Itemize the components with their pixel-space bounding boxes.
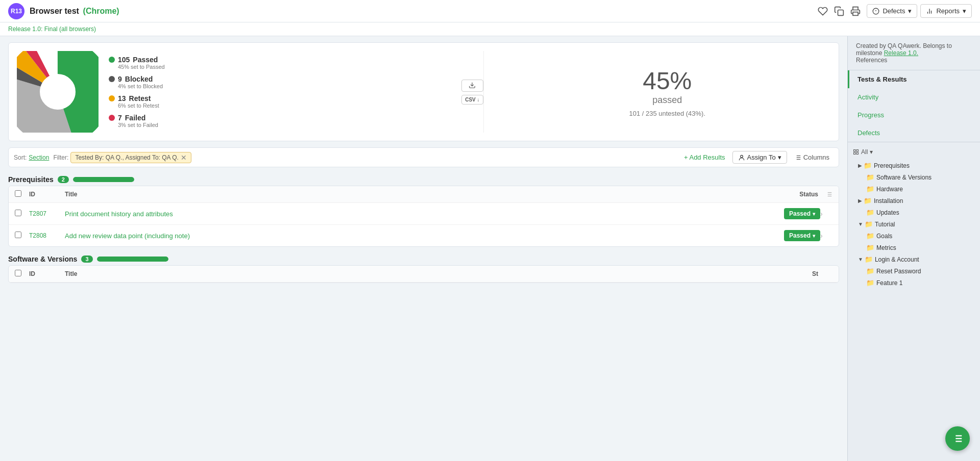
copy-icon-btn[interactable] — [834, 6, 844, 16]
tree-item-metrics[interactable]: 📁 Metrics — [848, 242, 980, 253]
tree-item-software[interactable]: 📁 Software & Versions — [848, 171, 980, 183]
row-title-1[interactable]: Print document history and attributes — [65, 210, 739, 218]
chart-action-buttons: CSV ↓ — [461, 80, 483, 105]
filter-chip: Tested By: QA Q., Assigned To: QA Q. ✕ — [70, 152, 191, 163]
section-software-badge: 3 — [81, 255, 92, 263]
svg-rect-28 — [856, 150, 859, 152]
blocked-count: 9 — [118, 75, 122, 83]
check-all-checkbox[interactable] — [15, 190, 21, 197]
status-badge-label-2: Passed — [789, 232, 811, 239]
folder-icon-hardware: 📁 — [866, 185, 874, 193]
filter-chip-text: Tested By: QA Q., Assigned To: QA Q. — [75, 154, 179, 161]
tree-item-installation[interactable]: ▶ 📁 Installation — [848, 195, 980, 207]
status-badge-chevron-1: ▾ — [813, 211, 815, 217]
expand-icon-1[interactable]: › — [820, 210, 823, 218]
retest-count: 13 — [118, 94, 126, 103]
folder-icon-updates: 📁 — [866, 209, 874, 216]
sidebar-nav-progress[interactable]: Progress — [848, 106, 980, 124]
defects-chevron-icon: ▾ — [908, 7, 912, 15]
columns-btn[interactable]: Columns — [790, 151, 834, 163]
page-title-main: Browser test — [30, 7, 79, 16]
tree-label-tutorial: Tutorial — [875, 221, 975, 228]
folder-icon-prerequisites: 📁 — [864, 162, 872, 169]
breadcrumb: Release 1.0: Final (all browsers) — [0, 22, 980, 36]
tree-section: All ▾ ▶ 📁 Prerequisites 📁 Software & Ver… — [848, 142, 980, 461]
tree-arrow-tutorial: ▼ — [858, 221, 863, 227]
bookmark-icon-btn[interactable] — [818, 6, 828, 16]
row-checkbox-2[interactable] — [15, 232, 21, 238]
tree-item-login[interactable]: ▼ 📁 Login & Account — [848, 253, 980, 265]
fab-button[interactable] — [945, 426, 970, 451]
passed-dot — [109, 57, 115, 63]
sidebar-nav-defects[interactable]: Defects — [848, 124, 980, 142]
tree-filter-btn[interactable]: All ▾ — [848, 146, 980, 160]
expand-icon-2[interactable]: › — [820, 232, 823, 240]
status-badge-passed-2[interactable]: Passed ▾ — [784, 230, 820, 241]
folder-icon-installation: 📁 — [864, 197, 872, 204]
tree-label-updates: Updates — [876, 209, 975, 216]
assign-to-btn[interactable]: Assign To ▾ — [732, 151, 787, 164]
id-col-header-software: ID — [29, 270, 65, 277]
tree-item-reset-password[interactable]: 📁 Reset Password — [848, 265, 980, 277]
app-badge: R13 — [8, 3, 24, 19]
tree-item-prerequisites[interactable]: ▶ 📁 Prerequisites — [848, 160, 980, 171]
filter-chip-remove[interactable]: ✕ — [181, 153, 187, 162]
tree-label-prerequisites: Prerequisites — [874, 162, 975, 169]
svg-rect-1 — [853, 12, 858, 15]
percent-sub: 101 / 235 untested (43%). — [629, 110, 705, 117]
tree-arrow-login: ▼ — [858, 257, 863, 262]
svg-rect-30 — [854, 152, 856, 155]
status-badge-chevron-2: ▾ — [813, 233, 815, 239]
tree-item-tutorial[interactable]: ▼ 📁 Tutorial — [848, 218, 980, 230]
sort-section-link[interactable]: Section — [29, 154, 49, 161]
sidebar-nav: Tests & Results Activity Progress Defect… — [848, 70, 980, 142]
stats-legend: 105 Passed 45% set to Passed 9 Blocked 4… — [109, 56, 165, 128]
blocked-dot — [109, 76, 115, 82]
section-prerequisites-badge: 2 — [58, 176, 69, 183]
csv-download-btn[interactable]: CSV ↓ — [461, 95, 483, 105]
row-status-1: Passed ▾ — [739, 208, 820, 219]
header: R13 Browser test (Chrome) Defects ▾ Repo… — [0, 0, 980, 22]
failed-count: 7 — [118, 114, 122, 122]
sidebar-nav-activity[interactable]: Activity — [848, 88, 980, 106]
retest-label: Retest — [129, 94, 151, 103]
row-expand-2: › — [820, 232, 832, 240]
filter-bar: Sort: Section Filter: Tested By: QA Q., … — [8, 147, 839, 167]
tree-item-goals[interactable]: 📁 Goals — [848, 230, 980, 242]
table-header-row-software: ID Title St — [9, 266, 839, 283]
print-icon-btn[interactable] — [850, 6, 861, 16]
folder-icon-goals: 📁 — [866, 232, 874, 240]
svg-rect-29 — [856, 152, 859, 155]
tree-item-updates[interactable]: 📁 Updates — [848, 207, 980, 218]
table-row: T2808 Add new review data point (includi… — [9, 225, 839, 246]
columns-label: Columns — [803, 153, 829, 161]
section-software-progress — [97, 257, 168, 262]
retest-dot — [109, 95, 115, 101]
defects-dropdown-btn[interactable]: Defects ▾ — [867, 4, 917, 18]
stats-chart-section: 105 Passed 45% set to Passed 9 Blocked 4… — [17, 51, 483, 133]
sidebar-milestone-link[interactable]: Release 1.0. — [884, 49, 918, 57]
breadcrumb-link[interactable]: Release 1.0: Final (all browsers) — [8, 25, 96, 33]
row-title-2[interactable]: Add new review data point (including not… — [65, 232, 739, 240]
row-check-1 — [15, 210, 29, 218]
row-id-2[interactable]: T2808 — [29, 232, 65, 239]
reports-dropdown-btn[interactable]: Reports ▾ — [920, 4, 972, 18]
row-status-2: Passed ▾ — [739, 230, 820, 241]
tree-item-hardware[interactable]: 📁 Hardware — [848, 183, 980, 195]
check-all-checkbox-software[interactable] — [15, 270, 21, 276]
tree-item-feature1[interactable]: 📁 Feature 1 — [848, 277, 980, 289]
passed-label: Passed — [133, 56, 158, 64]
status-badge-passed-1[interactable]: Passed ▾ — [784, 208, 820, 219]
tree-label-login: Login & Account — [875, 256, 975, 263]
sidebar-nav-tests[interactable]: Tests & Results — [848, 70, 980, 88]
blocked-label: Blocked — [125, 75, 153, 83]
header-action-icons — [818, 6, 861, 16]
row-id-1[interactable]: T2807 — [29, 210, 65, 217]
status-col-header: Status — [737, 191, 818, 198]
chart-download-btn[interactable] — [461, 80, 483, 92]
row-check-2 — [15, 232, 29, 240]
svg-point-14 — [740, 155, 743, 158]
add-results-btn[interactable]: + Add Results — [680, 151, 729, 163]
row-checkbox-1[interactable] — [15, 210, 21, 216]
section-software: Software & Versions 3 ID Title St — [8, 253, 839, 283]
